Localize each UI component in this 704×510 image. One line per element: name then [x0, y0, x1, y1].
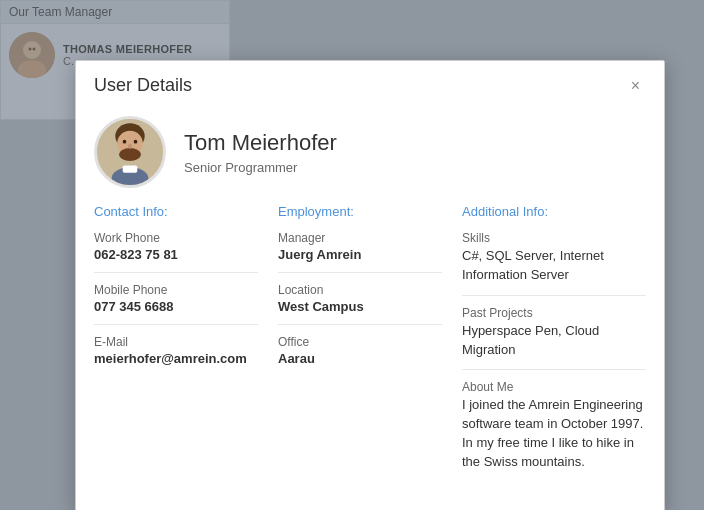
avatar [94, 116, 166, 188]
contact-section-label: Contact Info: [94, 204, 258, 219]
email-value: meierhofer@amrein.com [94, 351, 258, 366]
office-value: Aarau [278, 351, 442, 366]
manager-label: Manager [278, 231, 442, 245]
location-label: Location [278, 283, 442, 297]
user-profile: Tom Meierhofer Senior Programmer [76, 106, 664, 204]
projects-label: Past Projects [462, 306, 646, 320]
svg-point-9 [123, 140, 127, 144]
mobile-phone-label: Mobile Phone [94, 283, 258, 297]
email-group: E-Mail meierhofer@amrein.com [94, 335, 258, 376]
close-button[interactable]: × [625, 76, 646, 96]
modal-title: User Details [94, 75, 192, 96]
additional-section-label: Additional Info: [462, 204, 646, 219]
svg-point-10 [134, 140, 138, 144]
about-value: I joined the Amrein Engineering software… [462, 396, 646, 471]
additional-column: Additional Info: Skills C#, SQL Server, … [462, 204, 646, 492]
office-label: Office [278, 335, 442, 349]
manager-value: Juerg Amrein [278, 247, 442, 262]
work-phone-value: 062-823 75 81 [94, 247, 258, 262]
details-grid: Contact Info: Work Phone 062-823 75 81 M… [76, 204, 664, 510]
about-label: About Me [462, 380, 646, 394]
contact-column: Contact Info: Work Phone 062-823 75 81 M… [94, 204, 278, 492]
employment-column: Employment: Manager Juerg Amrein Locatio… [278, 204, 462, 492]
mobile-phone-group: Mobile Phone 077 345 6688 [94, 283, 258, 325]
location-value: West Campus [278, 299, 442, 314]
user-role: Senior Programmer [184, 160, 337, 175]
svg-point-11 [128, 144, 132, 150]
mobile-phone-value: 077 345 6688 [94, 299, 258, 314]
employment-section-label: Employment: [278, 204, 442, 219]
about-group: About Me I joined the Amrein Engineering… [462, 380, 646, 481]
modal-header: User Details × [76, 61, 664, 106]
user-details-modal: User Details × [75, 60, 665, 510]
user-name: Tom Meierhofer [184, 130, 337, 156]
email-label: E-Mail [94, 335, 258, 349]
skills-label: Skills [462, 231, 646, 245]
projects-value: Hyperspace Pen, Cloud Migration [462, 322, 646, 360]
office-group: Office Aarau [278, 335, 442, 376]
skills-group: Skills C#, SQL Server, Internet Informat… [462, 231, 646, 296]
user-info: Tom Meierhofer Senior Programmer [184, 130, 337, 175]
skills-value: C#, SQL Server, Internet Information Ser… [462, 247, 646, 285]
work-phone-label: Work Phone [94, 231, 258, 245]
location-group: Location West Campus [278, 283, 442, 325]
projects-group: Past Projects Hyperspace Pen, Cloud Migr… [462, 306, 646, 371]
manager-group: Manager Juerg Amrein [278, 231, 442, 273]
svg-rect-13 [123, 166, 138, 173]
svg-point-8 [119, 148, 141, 161]
work-phone-group: Work Phone 062-823 75 81 [94, 231, 258, 273]
